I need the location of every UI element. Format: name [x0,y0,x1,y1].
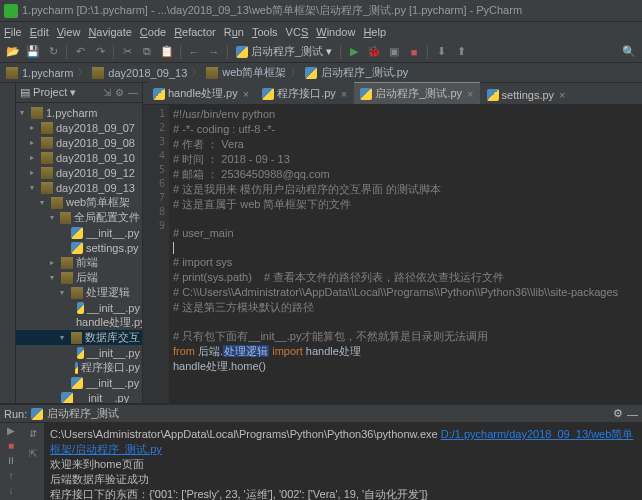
console-output[interactable]: C:\Users\Administrator\AppData\Local\Pro… [44,423,642,500]
vcs-update-button[interactable]: ⬇ [432,43,450,61]
tree-node[interactable]: ▾1.pycharm [16,105,142,120]
run-toolbar-2: ⇵ ⇱ [22,423,44,500]
hide-run-icon[interactable]: — [627,408,638,420]
rerun-button[interactable]: ▶ [3,425,19,436]
folder-icon [6,67,18,79]
export-icon[interactable]: ⇱ [25,445,41,461]
tree-node[interactable]: ▸day2018_09_10 [16,150,142,165]
stop-run-button[interactable]: ■ [3,440,19,451]
hide-icon[interactable]: — [128,87,138,98]
tree-node[interactable]: __init__.py [16,390,142,403]
folder-icon [92,67,104,79]
editor-tabs: handle处理.py×程序接口.py×启动程序_测试.py×settings.… [143,83,642,105]
cursor [173,242,174,254]
pause-button[interactable]: ⏸ [3,455,19,466]
paste-button[interactable]: 📋 [158,43,176,61]
tree-node[interactable]: ▸前端 [16,255,142,270]
breadcrumb: 1.pycharm〉 day2018_09_13〉 web简单框架〉 启动程序_… [0,63,642,83]
sync-button[interactable]: ↻ [44,43,62,61]
menu-run[interactable]: Run [224,26,244,38]
cut-button[interactable]: ✂ [118,43,136,61]
app-icon [4,4,18,18]
menu-view[interactable]: View [57,26,81,38]
tree-node[interactable]: ▾数据库交互 [16,330,142,345]
run-toolbar: ▶ ■ ⏸ ↑ ↓ ⏎ 🖶 🗑 [0,423,22,500]
tree-node[interactable]: settings.py [16,240,142,255]
code-editor[interactable]: #!/usr/bin/env python # -*- coding : utf… [169,105,642,403]
project-dropdown[interactable]: ▤ Project ▾ [20,86,76,99]
titlebar: 1.pycharm [D:\1.pycharm] - ...\day2018_0… [0,0,642,22]
folder-icon [206,67,218,79]
python-icon [305,67,317,79]
close-tab-icon[interactable]: × [341,88,347,100]
close-tab-icon[interactable]: × [243,88,249,100]
filter-icon[interactable]: ⇵ [25,425,41,441]
menu-file[interactable]: File [4,26,22,38]
up-icon[interactable]: ↑ [3,470,19,481]
window-title: 1.pycharm [D:\1.pycharm] - ...\day2018_0… [22,3,638,18]
menu-help[interactable]: Help [363,26,386,38]
crumb-2[interactable]: web简单框架 [222,65,286,80]
debug-button[interactable]: 🐞 [365,43,383,61]
search-button[interactable]: 🔍 [620,43,638,61]
editor-tab[interactable]: 程序接口.py× [256,82,353,104]
editor-tab[interactable]: 启动程序_测试.py× [354,82,479,104]
editor-tab[interactable]: settings.py× [481,85,572,104]
save-button[interactable]: 💾 [24,43,42,61]
run-config[interactable]: 启动程序_测试 ▾ [232,44,336,59]
open-button[interactable]: 📂 [4,43,22,61]
tree-node[interactable]: __init__.py [16,375,142,390]
tree-node[interactable]: ▸day2018_09_08 [16,135,142,150]
undo-button[interactable]: ↶ [71,43,89,61]
tree-node[interactable]: handle处理.py [16,315,142,330]
coverage-button[interactable]: ▣ [385,43,403,61]
crumb-file[interactable]: 启动程序_测试.py [321,65,408,80]
menu-vcs[interactable]: VCS [286,26,309,38]
down-icon[interactable]: ↓ [3,485,19,496]
menu-edit[interactable]: Edit [30,26,49,38]
run-panel: Run: 启动程序_测试 ⚙ — ▶ ■ ⏸ ↑ ↓ ⏎ 🖶 🗑 ⇵ ⇱ C:\… [0,403,642,500]
project-tree[interactable]: ▾1.pycharm▸day2018_09_07▸day2018_09_08▸d… [16,103,142,403]
stop-button[interactable]: ■ [405,43,423,61]
tree-node[interactable]: ▾后端 [16,270,142,285]
gear-icon[interactable]: ⚙ [613,407,623,420]
editor-tab[interactable]: handle处理.py× [147,82,255,104]
run-tab[interactable]: 启动程序_测试 [47,406,119,421]
project-panel: ▤ Project ▾ ⇲ ⚙ — ▾1.pycharm▸day2018_09_… [16,83,143,403]
tree-node[interactable]: __init__.py [16,225,142,240]
run-button[interactable]: ▶ [345,43,363,61]
menu-navigate[interactable]: Navigate [88,26,131,38]
gear-icon[interactable]: ⚙ [115,87,124,98]
close-tab-icon[interactable]: × [467,88,473,100]
collapse-icon[interactable]: ⇲ [103,87,111,98]
tree-node[interactable]: __init__.py [16,345,142,360]
forward-button[interactable]: → [205,43,223,61]
crumb-1[interactable]: day2018_09_13 [108,67,187,79]
menu-tools[interactable]: Tools [252,26,278,38]
structure-stripe[interactable] [0,83,16,403]
vcs-commit-button[interactable]: ⬆ [452,43,470,61]
close-tab-icon[interactable]: × [559,89,565,101]
toolbar: 📂 💾 ↻ ↶ ↷ ✂ ⧉ 📋 ← → 启动程序_测试 ▾ ▶ 🐞 ▣ ■ ⬇ … [0,41,642,63]
tree-node[interactable]: ▾web简单框架 [16,195,142,210]
tree-node[interactable]: ▾处理逻辑 [16,285,142,300]
run-label: Run: [4,408,27,420]
tree-node[interactable]: ▾全局配置文件 [16,210,142,225]
tree-node[interactable]: ▾day2018_09_13 [16,180,142,195]
copy-button[interactable]: ⧉ [138,43,156,61]
gutter: 123456789 [143,105,169,403]
back-button[interactable]: ← [185,43,203,61]
tree-node[interactable]: ▸day2018_09_12 [16,165,142,180]
tree-node[interactable]: ▸day2018_09_07 [16,120,142,135]
menu-window[interactable]: Window [316,26,355,38]
menu-code[interactable]: Code [140,26,166,38]
python-icon [31,408,43,420]
redo-button[interactable]: ↷ [91,43,109,61]
tree-node[interactable]: __init__.py [16,300,142,315]
menu-refactor[interactable]: Refactor [174,26,216,38]
crumb-root[interactable]: 1.pycharm [22,67,73,79]
tree-node[interactable]: 程序接口.py [16,360,142,375]
menubar: File Edit View Navigate Code Refactor Ru… [0,22,642,41]
